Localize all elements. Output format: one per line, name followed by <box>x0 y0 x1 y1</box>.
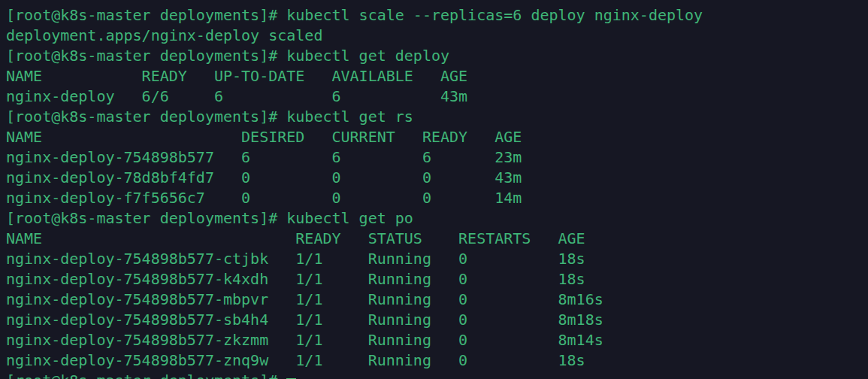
terminal-line-table-row: nginx-deploy-f7f5656c7 0 0 0 14m <box>6 188 868 208</box>
terminal-line-table-row: nginx-deploy-754898b577 6 6 6 23m <box>6 147 868 168</box>
terminal-line-command: [root@k8s-master deployments]# kubectl g… <box>6 107 868 127</box>
terminal-line-table-row: nginx-deploy-754898b577-k4xdh 1/1 Runnin… <box>6 269 868 290</box>
terminal-screen[interactable]: [root@k8s-master deployments]# kubectl s… <box>0 0 868 379</box>
terminal-line-table-header: NAME READY STATUS RESTARTS AGE <box>6 229 868 249</box>
terminal-line-output: deployment.apps/nginx-deploy scaled <box>6 26 868 46</box>
terminal-line-table-row: nginx-deploy-754898b577-zkzmm 1/1 Runnin… <box>6 330 868 350</box>
terminal-line-table-row: nginx-deploy-754898b577-sb4h4 1/1 Runnin… <box>6 310 868 330</box>
terminal-line-table-row: nginx-deploy-78d8bf4fd7 0 0 0 43m <box>6 168 868 188</box>
terminal-line-table-header: NAME READY UP-TO-DATE AVAILABLE AGE <box>6 66 868 86</box>
terminal-line-table-row: nginx-deploy-754898b577-znq9w 1/1 Runnin… <box>6 350 868 371</box>
terminal-line-command: [root@k8s-master deployments]# kubectl g… <box>6 208 868 229</box>
terminal-line-table-header: NAME DESIRED CURRENT READY AGE <box>6 127 868 147</box>
terminal-line-command: [root@k8s-master deployments]# kubectl s… <box>6 5 868 26</box>
terminal-line-command: [root@k8s-master deployments]# kubectl g… <box>6 46 868 66</box>
terminal-line-table-row: nginx-deploy-754898b577-ctjbk 1/1 Runnin… <box>6 249 868 269</box>
terminal-line-prompt: [root@k8s-master deployments]# <box>6 371 868 379</box>
terminal-line-table-row: nginx-deploy 6/6 6 6 43m <box>6 86 868 107</box>
terminal-line-table-row: nginx-deploy-754898b577-mbpvr 1/1 Runnin… <box>6 290 868 310</box>
